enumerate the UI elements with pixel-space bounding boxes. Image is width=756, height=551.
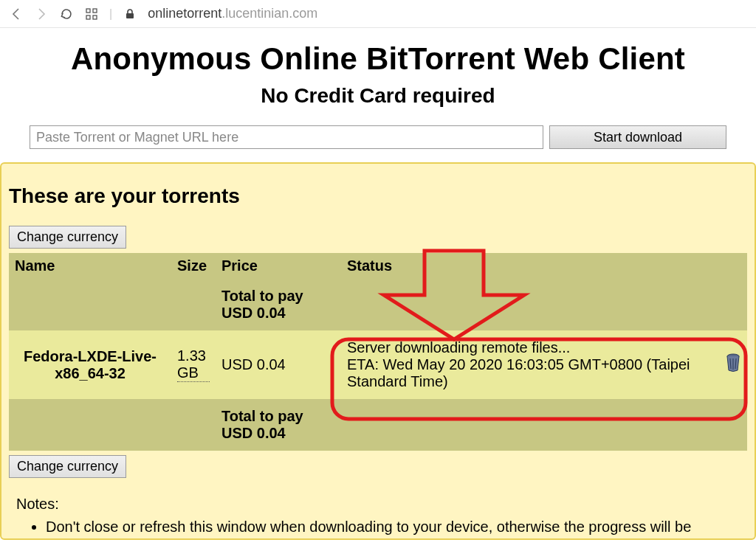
note-item: Don't close or refresh this window when … [46,519,740,536]
status-line-2: ETA: Wed May 20 2020 16:03:05 GMT+0800 (… [347,356,713,390]
change-currency-button-bottom[interactable]: Change currency [9,455,126,478]
apps-grid-icon[interactable] [84,7,99,21]
torrents-heading: These are your torrents [9,184,747,208]
back-icon[interactable] [9,7,24,21]
col-price: Price [216,253,341,279]
toolbar-separator: | [109,7,112,21]
url-domain: .lucentinian.com [221,6,317,21]
trash-icon[interactable] [725,359,741,375]
col-status: Status [341,253,719,279]
table-row: Fedora-LXDE-Live-x86_64-32 1.33 GB USD 0… [9,330,747,399]
page-subtitle: No Credit Card required [7,84,749,108]
url-subdomain: onlinetorrent [148,6,221,21]
total-bottom: Total to pay USD 0.04 [216,399,341,451]
page-title: Anonymous Online BitTorrent Web Client [7,41,749,77]
start-download-button[interactable]: Start download [549,125,726,149]
svg-rect-2 [86,15,90,19]
forward-icon[interactable] [34,7,49,21]
browser-toolbar: | onlinetorrent.lucentinian.com [0,0,756,28]
change-currency-button-top[interactable]: Change currency [9,226,126,249]
total-value: USD 0.04 [221,425,286,441]
address-url[interactable]: onlinetorrent.lucentinian.com [148,6,317,21]
col-actions [719,253,747,279]
svg-rect-4 [126,13,134,18]
col-size: Size [171,253,216,279]
torrent-price: USD 0.04 [216,330,341,399]
col-name: Name [9,253,171,279]
status-line-1: Server downloading remote files... [347,339,713,356]
reload-icon[interactable] [59,7,74,21]
total-value: USD 0.04 [221,305,286,321]
torrents-panel: These are your torrents Change currency … [0,162,756,540]
notes-heading: Notes: [16,496,740,513]
torrents-table: Name Size Price Status Total to pay USD … [9,253,747,451]
search-row: Start download [0,125,756,162]
total-top: Total to pay USD 0.04 [216,279,341,330]
torrent-name: Fedora-LXDE-Live-x86_64-32 [9,330,171,399]
total-label: Total to pay [221,408,303,424]
total-label: Total to pay [221,288,303,304]
magnet-url-input[interactable] [30,125,543,149]
svg-rect-3 [93,15,97,19]
svg-rect-1 [93,9,97,13]
torrent-size: 1.33 GB [171,330,216,399]
lock-icon [123,7,137,21]
svg-rect-0 [86,9,90,13]
torrent-status: Server downloading remote files... ETA: … [341,330,719,399]
notes-list: Don't close or refresh this window when … [16,519,740,536]
